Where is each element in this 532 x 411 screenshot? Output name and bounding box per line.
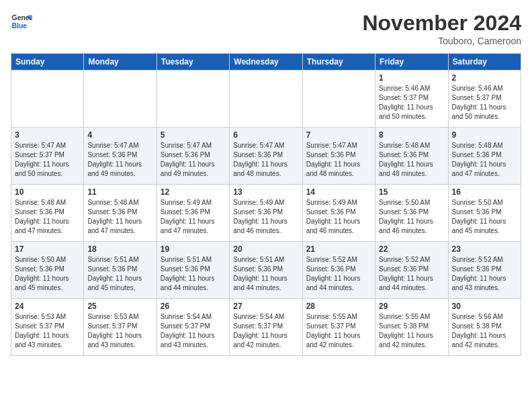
page-header: General Blue November 2024 Touboro, Came…	[11, 11, 521, 46]
cell-week3-day1: 10Sunrise: 5:48 AM Sunset: 5:36 PM Dayli…	[11, 185, 84, 242]
day-info: Sunrise: 5:49 AM Sunset: 5:36 PM Dayligh…	[306, 198, 371, 236]
day-number: 27	[233, 302, 298, 311]
day-number: 4	[87, 130, 152, 140]
week-row-4: 17Sunrise: 5:50 AM Sunset: 5:36 PM Dayli…	[11, 242, 521, 299]
day-info: Sunrise: 5:48 AM Sunset: 5:36 PM Dayligh…	[15, 198, 80, 236]
cell-week2-day4: 6Sunrise: 5:47 AM Sunset: 5:36 PM Daylig…	[230, 128, 302, 185]
week-row-1: 1Sunrise: 5:46 AM Sunset: 5:37 PM Daylig…	[11, 71, 521, 128]
cell-week1-day4	[230, 71, 302, 128]
week-row-2: 3Sunrise: 5:47 AM Sunset: 5:37 PM Daylig…	[11, 128, 521, 185]
day-number: 3	[15, 130, 80, 140]
day-number: 15	[379, 187, 444, 197]
day-info: Sunrise: 5:53 AM Sunset: 5:37 PM Dayligh…	[15, 312, 80, 350]
logo: General Blue	[11, 11, 32, 32]
cell-week4-day4: 20Sunrise: 5:51 AM Sunset: 5:36 PM Dayli…	[230, 242, 302, 299]
day-info: Sunrise: 5:50 AM Sunset: 5:36 PM Dayligh…	[15, 255, 80, 293]
cell-week5-day2: 25Sunrise: 5:53 AM Sunset: 5:37 PM Dayli…	[84, 299, 157, 356]
day-info: Sunrise: 5:48 AM Sunset: 5:36 PM Dayligh…	[87, 198, 152, 236]
day-number: 21	[306, 244, 371, 254]
cell-week1-day3	[157, 71, 229, 128]
day-info: Sunrise: 5:52 AM Sunset: 5:36 PM Dayligh…	[379, 255, 444, 293]
calendar-table: SundayMondayTuesdayWednesdayThursdayFrid…	[11, 53, 521, 356]
day-info: Sunrise: 5:51 AM Sunset: 5:36 PM Dayligh…	[161, 255, 226, 293]
week-row-3: 10Sunrise: 5:48 AM Sunset: 5:36 PM Dayli…	[11, 185, 521, 242]
day-info: Sunrise: 5:51 AM Sunset: 5:36 PM Dayligh…	[87, 255, 152, 293]
cell-week2-day5: 7Sunrise: 5:47 AM Sunset: 5:36 PM Daylig…	[302, 128, 375, 185]
day-number: 30	[452, 302, 517, 311]
day-number: 17	[15, 244, 80, 254]
day-info: Sunrise: 5:47 AM Sunset: 5:36 PM Dayligh…	[87, 141, 152, 179]
cell-week2-day2: 4Sunrise: 5:47 AM Sunset: 5:36 PM Daylig…	[84, 128, 157, 185]
day-info: Sunrise: 5:55 AM Sunset: 5:37 PM Dayligh…	[306, 312, 371, 350]
day-number: 25	[87, 302, 152, 311]
cell-week1-day2	[84, 71, 157, 128]
header-thursday: Thursday	[302, 54, 375, 71]
day-number: 26	[161, 302, 226, 311]
cell-week4-day5: 21Sunrise: 5:52 AM Sunset: 5:36 PM Dayli…	[302, 242, 375, 299]
cell-week2-day3: 5Sunrise: 5:47 AM Sunset: 5:36 PM Daylig…	[157, 128, 229, 185]
header-sunday: Sunday	[11, 54, 84, 71]
day-info: Sunrise: 5:54 AM Sunset: 5:37 PM Dayligh…	[161, 312, 226, 350]
cell-week5-day5: 28Sunrise: 5:55 AM Sunset: 5:37 PM Dayli…	[302, 299, 375, 356]
day-number: 23	[452, 244, 517, 254]
day-number: 10	[15, 187, 80, 197]
month-title: November 2024	[362, 11, 521, 36]
day-info: Sunrise: 5:46 AM Sunset: 5:37 PM Dayligh…	[452, 84, 517, 122]
cell-week5-day1: 24Sunrise: 5:53 AM Sunset: 5:37 PM Dayli…	[11, 299, 84, 356]
day-info: Sunrise: 5:50 AM Sunset: 5:36 PM Dayligh…	[379, 198, 444, 236]
day-info: Sunrise: 5:48 AM Sunset: 5:36 PM Dayligh…	[452, 141, 517, 179]
day-number: 22	[379, 244, 444, 254]
header-wednesday: Wednesday	[230, 54, 302, 71]
header-friday: Friday	[375, 54, 448, 71]
cell-week2-day6: 8Sunrise: 5:48 AM Sunset: 5:36 PM Daylig…	[375, 128, 448, 185]
day-info: Sunrise: 5:52 AM Sunset: 5:36 PM Dayligh…	[452, 255, 517, 293]
day-info: Sunrise: 5:54 AM Sunset: 5:37 PM Dayligh…	[233, 312, 298, 350]
location: Touboro, Cameroon	[362, 36, 521, 46]
day-info: Sunrise: 5:47 AM Sunset: 5:36 PM Dayligh…	[233, 141, 298, 179]
day-number: 5	[161, 130, 226, 140]
cell-week2-day1: 3Sunrise: 5:47 AM Sunset: 5:37 PM Daylig…	[11, 128, 84, 185]
day-number: 1	[379, 73, 444, 83]
day-info: Sunrise: 5:49 AM Sunset: 5:36 PM Dayligh…	[161, 198, 226, 236]
cell-week4-day3: 19Sunrise: 5:51 AM Sunset: 5:36 PM Dayli…	[157, 242, 229, 299]
day-number: 9	[452, 130, 517, 140]
cell-week4-day1: 17Sunrise: 5:50 AM Sunset: 5:36 PM Dayli…	[11, 242, 84, 299]
day-info: Sunrise: 5:52 AM Sunset: 5:36 PM Dayligh…	[306, 255, 371, 293]
day-info: Sunrise: 5:47 AM Sunset: 5:36 PM Dayligh…	[161, 141, 226, 179]
logo-icon: General Blue	[11, 11, 32, 32]
svg-text:Blue: Blue	[12, 22, 28, 30]
cell-week2-day7: 9Sunrise: 5:48 AM Sunset: 5:36 PM Daylig…	[448, 128, 521, 185]
cell-week1-day1	[11, 71, 84, 128]
day-number: 12	[161, 187, 226, 197]
day-info: Sunrise: 5:46 AM Sunset: 5:37 PM Dayligh…	[379, 84, 444, 122]
cell-week3-day4: 13Sunrise: 5:49 AM Sunset: 5:36 PM Dayli…	[230, 185, 302, 242]
day-info: Sunrise: 5:53 AM Sunset: 5:37 PM Dayligh…	[87, 312, 152, 350]
day-info: Sunrise: 5:47 AM Sunset: 5:37 PM Dayligh…	[15, 141, 80, 179]
cell-week3-day3: 12Sunrise: 5:49 AM Sunset: 5:36 PM Dayli…	[157, 185, 229, 242]
cell-week5-day6: 29Sunrise: 5:55 AM Sunset: 5:38 PM Dayli…	[375, 299, 448, 356]
day-number: 2	[452, 73, 517, 83]
cell-week1-day6: 1Sunrise: 5:46 AM Sunset: 5:37 PM Daylig…	[375, 71, 448, 128]
day-info: Sunrise: 5:56 AM Sunset: 5:38 PM Dayligh…	[452, 312, 517, 350]
day-info: Sunrise: 5:55 AM Sunset: 5:38 PM Dayligh…	[379, 312, 444, 350]
cell-week4-day6: 22Sunrise: 5:52 AM Sunset: 5:36 PM Dayli…	[375, 242, 448, 299]
day-number: 18	[87, 244, 152, 254]
cell-week5-day4: 27Sunrise: 5:54 AM Sunset: 5:37 PM Dayli…	[230, 299, 302, 356]
day-number: 19	[161, 244, 226, 254]
day-number: 28	[306, 302, 371, 311]
day-number: 7	[306, 130, 371, 140]
day-number: 24	[15, 302, 80, 311]
cell-week1-day7: 2Sunrise: 5:46 AM Sunset: 5:37 PM Daylig…	[448, 71, 521, 128]
title-block: November 2024 Touboro, Cameroon	[362, 11, 521, 46]
cell-week3-day5: 14Sunrise: 5:49 AM Sunset: 5:36 PM Dayli…	[302, 185, 375, 242]
cell-week3-day2: 11Sunrise: 5:48 AM Sunset: 5:36 PM Dayli…	[84, 185, 157, 242]
day-number: 8	[379, 130, 444, 140]
header-monday: Monday	[84, 54, 157, 71]
day-number: 6	[233, 130, 298, 140]
header-saturday: Saturday	[448, 54, 521, 71]
day-info: Sunrise: 5:50 AM Sunset: 5:36 PM Dayligh…	[452, 198, 517, 236]
cell-week5-day3: 26Sunrise: 5:54 AM Sunset: 5:37 PM Dayli…	[157, 299, 229, 356]
day-number: 11	[87, 187, 152, 197]
day-info: Sunrise: 5:49 AM Sunset: 5:36 PM Dayligh…	[233, 198, 298, 236]
day-info: Sunrise: 5:47 AM Sunset: 5:36 PM Dayligh…	[306, 141, 371, 179]
